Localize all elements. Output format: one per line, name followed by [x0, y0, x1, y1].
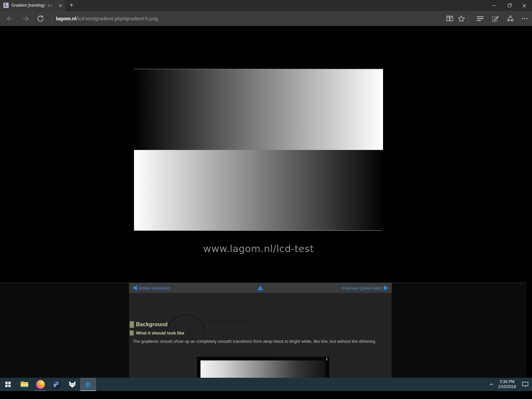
page-footer-area: White saturation Inversion (pixel-walk) … — [0, 283, 526, 378]
page-viewport: www.lagom.nl/lcd-test White saturation I… — [0, 26, 526, 378]
next-arrow-icon — [384, 285, 388, 291]
gradient-band-white-to-black — [134, 150, 383, 230]
share-button[interactable] — [504, 11, 517, 26]
toolbar-divider-2 — [468, 15, 468, 22]
up-arrow-icon[interactable] — [257, 286, 263, 290]
taskbar-clock[interactable]: 3:34 PM 2/10/2018 — [496, 379, 518, 389]
address-bar[interactable]: lagom.nl/lcd-test/gradient.php#gradient-… — [56, 11, 158, 26]
clock-time: 3:34 PM — [496, 379, 518, 384]
dither-pattern — [200, 360, 326, 378]
image-caption: www.lagom.nl/lcd-test — [134, 243, 383, 254]
hub-icon — [477, 16, 483, 21]
nav-next-label: Inversion (pixel-walk) — [341, 286, 382, 291]
subheading-bullet — [130, 331, 134, 335]
refresh-button[interactable] — [33, 11, 48, 26]
window-controls — [486, 0, 532, 11]
book-icon — [446, 16, 453, 21]
browser-tab[interactable]: L Gradient (banding) - La — [0, 0, 65, 11]
pen-note-icon — [492, 15, 499, 22]
reading-view-button[interactable] — [443, 11, 456, 26]
restore-icon — [508, 4, 511, 7]
page-content-column: White saturation Inversion (pixel-walk) … — [129, 283, 392, 378]
test-navigation-bar: White saturation Inversion (pixel-walk) — [129, 283, 392, 293]
firefox-icon — [36, 380, 45, 389]
minimize-button[interactable] — [486, 0, 501, 11]
action-center-icon — [522, 382, 528, 387]
prev-arrow-icon — [132, 285, 137, 291]
chevron-up-icon — [489, 383, 493, 386]
forward-icon — [22, 16, 29, 22]
gradient-band-black-to-white — [134, 69, 383, 150]
taskbar-foobar2000[interactable] — [64, 378, 80, 391]
edge-icon: e — [85, 380, 90, 389]
windows-taskbar: e 3:34 PM 2/10/2018 — [0, 378, 532, 391]
favorites-button[interactable] — [455, 11, 468, 26]
close-icon — [522, 4, 526, 8]
gradient-bottom-line — [134, 230, 382, 231]
refresh-icon — [37, 15, 44, 22]
start-button[interactable] — [0, 378, 16, 391]
edge-running-indicator — [80, 390, 96, 391]
back-icon — [7, 16, 14, 22]
ellipsis-icon — [522, 18, 528, 19]
steam-icon — [52, 380, 61, 389]
screen: L Gradient (banding) - La + — [0, 0, 532, 399]
watermark-arc — [166, 314, 205, 332]
browser-titlebar: L Gradient (banding) - La + — [0, 0, 532, 11]
clock-date: 2/10/2018 — [496, 384, 518, 389]
section-subheading: What it should look like — [136, 331, 184, 335]
restore-button[interactable] — [501, 0, 517, 11]
close-button[interactable] — [517, 0, 532, 11]
share-icon — [507, 15, 514, 22]
url-path: /lcd-test/gradient.php#gradient-h.png — [76, 16, 158, 21]
firefox-running-indicator — [35, 390, 46, 391]
web-note-button[interactable] — [489, 11, 502, 26]
nav-next-link[interactable]: Inversion (pixel-walk) — [341, 285, 388, 291]
action-center-button[interactable] — [518, 378, 532, 391]
tray-expand-button[interactable] — [487, 378, 496, 391]
description-paragraph: The gradients should show up as complete… — [133, 339, 376, 344]
toolbar-divider — [52, 15, 52, 22]
taskbar-file-explorer[interactable] — [16, 378, 32, 391]
taskbar-firefox[interactable] — [32, 378, 48, 391]
forward-button[interactable] — [18, 11, 33, 26]
tab-title-fade — [47, 0, 56, 11]
heading-bullet — [130, 321, 134, 328]
new-tab-button[interactable]: + — [66, 0, 76, 11]
watermark-text: HTTP 400 — [208, 318, 245, 326]
system-tray: 3:34 PM 2/10/2018 — [487, 378, 532, 391]
page-body: HTTP 400 Background What it should look … — [129, 293, 392, 378]
taskbar-edge[interactable]: e — [80, 378, 96, 391]
subheading-row: What it should look like — [130, 331, 184, 335]
example-gradient-image — [197, 357, 329, 378]
nav-prev-link[interactable]: White saturation — [132, 285, 170, 291]
foobar2000-icon — [68, 381, 76, 388]
taskbar-steam[interactable] — [48, 378, 64, 391]
gradient-test-image — [134, 69, 383, 231]
more-options-button[interactable] — [518, 11, 531, 26]
example-gradient — [200, 360, 326, 378]
windows-logo-icon — [5, 382, 11, 387]
section-heading: Background — [136, 322, 168, 328]
browser-toolbar: lagom.nl/lcd-test/gradient.php#gradient-… — [0, 11, 532, 26]
background-heading-row: Background — [130, 321, 168, 328]
star-icon — [458, 15, 465, 22]
url-domain: lagom.nl — [56, 16, 76, 21]
favicon-icon: L — [3, 3, 9, 8]
nav-prev-label: White saturation — [139, 286, 170, 291]
hub-button[interactable] — [473, 11, 487, 26]
minimize-icon — [492, 5, 496, 6]
example-tick-mark — [327, 358, 327, 360]
file-explorer-icon — [21, 381, 28, 387]
back-button[interactable] — [3, 11, 17, 26]
tab-close-icon[interactable] — [56, 0, 65, 11]
